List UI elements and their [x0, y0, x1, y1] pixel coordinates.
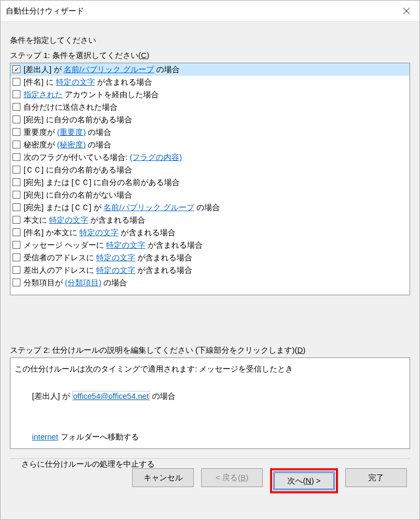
condition-text: [宛先] に自分の名前がある場合 [24, 113, 132, 126]
condition-checkbox[interactable] [13, 266, 20, 274]
condition-checkbox[interactable] [13, 178, 20, 186]
condition-text: [宛先] または [ＣＣ] に自分の名前がある場合 [24, 176, 180, 189]
condition-row[interactable]: 自分だけに送信された場合 [10, 101, 410, 113]
condition-row[interactable]: 重要度が (重要度) の場合 [10, 126, 410, 138]
condition-row[interactable]: 指定された アカウントを経由した場合 [10, 88, 410, 101]
next-button[interactable]: 次へ(N) > [273, 471, 335, 490]
condition-checkbox[interactable] [13, 216, 20, 224]
condition-row[interactable]: [件名] か本文に 特定の文字 が含まれる場合 [10, 226, 410, 239]
condition-row[interactable]: メッセージ ヘッダーに 特定の文字 が含まれる場合 [10, 239, 410, 251]
condition-link[interactable]: (分類項目) [65, 278, 101, 287]
condition-row[interactable]: 次のフラグが付いている場合: (フラグの内容) [10, 151, 410, 164]
condition-row[interactable]: [件名] に 特定の文字 が含まれる場合 [10, 76, 410, 88]
condition-text: [ＣＣ] に自分の名前がある場合 [24, 164, 132, 176]
condition-text: [件名] に 特定の文字 が含まれる場合 [24, 76, 152, 88]
condition-text: [宛先] に自分の名前がない場合 [24, 189, 132, 201]
desc-line-move: internet フォルダーへ移動する [15, 417, 405, 457]
condition-row[interactable]: 差出人のアドレスに 特定の文字 が含まれる場合 [10, 264, 410, 276]
condition-checkbox[interactable] [13, 90, 20, 98]
wizard-dialog: 自動仕分けウィザード 条件を指定してください ステップ 1: 条件を選択してくだ… [0, 0, 420, 520]
condition-link[interactable]: 特定の文字 [96, 253, 135, 262]
rule-description-box[interactable]: この仕分けルールは次のタイミングで適用されます: メッセージを受信したとき [差… [10, 357, 410, 449]
condition-link[interactable]: 特定の文字 [96, 265, 135, 274]
condition-checkbox[interactable] [13, 241, 20, 249]
conditions-listbox[interactable]: [差出人] が 名前/パブリック グループ の場合[件名] に 特定の文字 が含… [10, 63, 410, 295]
condition-checkbox[interactable] [13, 253, 20, 261]
condition-checkbox[interactable] [13, 78, 20, 86]
condition-text: 指定された アカウントを経由した場合 [24, 88, 159, 101]
dialog-body: 条件を指定してください ステップ 1: 条件を選択してください(C) [差出人]… [1, 22, 419, 519]
condition-link[interactable]: 特定の文字 [56, 77, 95, 86]
finish-button[interactable]: 完了 [345, 468, 407, 487]
condition-text: [件名] か本文に 特定の文字 が含まれる場合 [24, 226, 176, 239]
condition-row[interactable]: 本文に 特定の文字 が含まれる場合 [10, 214, 410, 226]
condition-row[interactable]: [差出人] が 名前/パブリック グループ の場合 [10, 63, 410, 76]
condition-text: 分類項目が (分類項目) の場合 [24, 276, 127, 289]
condition-link[interactable]: 名前/パブリック グループ [64, 65, 154, 74]
condition-checkbox[interactable] [13, 228, 20, 236]
condition-row[interactable]: 受信者のアドレスに 特定の文字 が含まれる場合 [10, 251, 410, 264]
condition-text: 受信者のアドレスに 特定の文字 が含まれる場合 [24, 251, 192, 264]
step2-label: ステップ 2: 仕分けルールの説明を編集してください (下線部分をクリックします… [10, 345, 410, 355]
condition-text: [差出人] が 名前/パブリック グループ の場合 [24, 63, 180, 76]
condition-checkbox[interactable] [13, 103, 20, 111]
condition-link[interactable]: 指定された [24, 90, 63, 99]
condition-row[interactable]: [宛先] または [ＣＣ] が 名前/パブリック グループ の場合 [10, 201, 410, 214]
condition-checkbox[interactable] [13, 203, 20, 211]
title-bar: 自動仕分けウィザード [1, 1, 419, 22]
condition-text: 自分だけに送信された場合 [24, 101, 118, 113]
condition-text: [宛先] または [ＣＣ] が 名前/パブリック グループ の場合 [24, 201, 220, 214]
condition-row[interactable]: 分類項目が (分類項目) の場合 [10, 276, 410, 289]
condition-text: 秘密度が (秘密度) の場合 [24, 138, 111, 151]
condition-checkbox[interactable] [13, 141, 20, 148]
condition-link[interactable]: 特定の文字 [79, 228, 119, 237]
condition-checkbox[interactable] [13, 279, 20, 286]
condition-row[interactable]: [宛先] に自分の名前がない場合 [10, 189, 410, 201]
condition-link[interactable]: (重要度) [57, 128, 86, 136]
condition-row[interactable]: [ＣＣ] に自分の名前がある場合 [10, 164, 410, 176]
button-row: キャンセル < 戻る(B) 次へ(N) > 完了 [10, 458, 410, 493]
condition-link[interactable]: 名前/パブリック グループ [103, 203, 194, 212]
desc-line-applied: この仕分けルールは次のタイミングで適用されます: メッセージを受信したとき [15, 362, 405, 376]
condition-row[interactable]: 秘密度が (秘密度) の場合 [10, 138, 410, 151]
condition-checkbox[interactable] [13, 191, 20, 199]
condition-text: 次のフラグが付いている場合: (フラグの内容) [24, 151, 182, 164]
condition-checkbox[interactable] [13, 115, 20, 123]
close-button[interactable] [393, 1, 419, 21]
sender-link[interactable]: office54@office54.net [72, 391, 150, 401]
condition-checkbox[interactable] [13, 65, 20, 73]
folder-link[interactable]: internet [32, 432, 58, 441]
conditions-heading: 条件を指定してください [10, 36, 410, 45]
desc-line-from: [差出人] が office54@office54.net の場合 [15, 376, 405, 417]
condition-link[interactable]: 特定の文字 [49, 215, 88, 224]
back-button: < 戻る(B) [201, 468, 263, 487]
condition-link[interactable]: (秘密度) [57, 140, 86, 149]
condition-row[interactable]: [宛先] または [ＣＣ] に自分の名前がある場合 [10, 176, 410, 189]
condition-text: 重要度が (重要度) の場合 [24, 126, 111, 138]
condition-checkbox[interactable] [13, 153, 20, 161]
step1-label: ステップ 1: 条件を選択してください(C) [10, 51, 410, 61]
close-icon [403, 7, 410, 15]
condition-row[interactable]: [宛先] に自分の名前がある場合 [10, 113, 410, 126]
condition-text: 本文に 特定の文字 が含まれる場合 [24, 214, 145, 226]
condition-checkbox[interactable] [13, 128, 20, 136]
condition-text: 差出人のアドレスに 特定の文字 が含まれる場合 [24, 264, 192, 276]
next-button-highlight: 次へ(N) > [270, 468, 338, 493]
condition-link[interactable]: 特定の文字 [106, 240, 145, 249]
condition-checkbox[interactable] [13, 166, 20, 174]
condition-link[interactable]: (フラグの内容) [130, 153, 182, 161]
condition-text: メッセージ ヘッダーに 特定の文字 が含まれる場合 [24, 239, 203, 251]
cancel-button[interactable]: キャンセル [132, 468, 194, 487]
window-title: 自動仕分けウィザード [6, 6, 393, 16]
